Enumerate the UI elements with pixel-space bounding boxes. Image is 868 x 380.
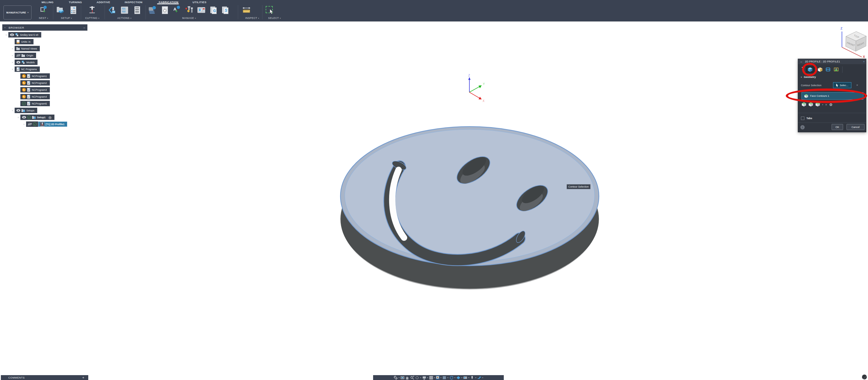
caret-icon[interactable]: »: [11, 108, 14, 112]
select-box-icon[interactable]: [265, 5, 274, 14]
eye-off-icon[interactable]: [16, 54, 20, 57]
view-cube[interactable]: Z X TOP FRONT RIGHT: [838, 24, 867, 58]
grid-snaps-dropdown-icon[interactable]: ▾: [434, 377, 435, 379]
tree-row-units-in[interactable]: Units: in: [10, 39, 34, 44]
gear-icon[interactable]: ⚙: [829, 103, 833, 107]
pattern-doc-icon[interactable]: [160, 5, 169, 14]
machine-display-icon[interactable]: [463, 375, 467, 380]
caret-icon[interactable]: »: [22, 123, 26, 126]
tab-turning[interactable]: TURNING: [69, 1, 82, 4]
heights-tab-icon[interactable]: [816, 65, 824, 74]
stock-display-icon[interactable]: [456, 375, 461, 380]
pan-icon[interactable]: [405, 375, 409, 380]
orbit-icon[interactable]: [394, 375, 398, 380]
visual-style-icon[interactable]: [436, 375, 440, 380]
fit-icon[interactable]: [415, 375, 419, 380]
x-icon[interactable]: ×: [825, 103, 827, 107]
tree-row-smiley-test-5-v0[interactable]: »Smiley test 5 v0: [4, 32, 41, 37]
tab-additive[interactable]: ADDITIVE: [97, 1, 110, 4]
look-at-icon[interactable]: [400, 375, 405, 380]
tree-row-setups[interactable]: »Setups: [10, 108, 37, 113]
tree-row-named-views[interactable]: »Named Views: [10, 46, 40, 51]
caret-icon[interactable]: »: [5, 33, 8, 37]
viewports-icon[interactable]: [442, 375, 446, 380]
gcode-docs-icon[interactable]: G: [210, 5, 218, 14]
tree-row--t1-2d-profile1[interactable]: »✓[T1] 2D Profile1: [22, 122, 67, 127]
setup-sheet-icon[interactable]: [133, 5, 141, 14]
eye-icon[interactable]: [16, 109, 20, 112]
linking-tab-icon[interactable]: [833, 65, 840, 74]
machine-library-icon[interactable]: [197, 5, 206, 14]
toolpath-regen-icon[interactable]: [449, 375, 454, 380]
chevron-down-icon[interactable]: ▾: [822, 104, 823, 106]
simulate-icon[interactable]: [108, 5, 117, 14]
cutting-icon[interactable]: [88, 5, 96, 14]
tree-row-ncprogram5[interactable]: ✓GNCProgram5: [16, 101, 50, 106]
manage-sheets-icon[interactable]: [148, 5, 157, 14]
active-setup-icon[interactable]: ◎: [49, 115, 51, 119]
rapid-display-dropdown-icon[interactable]: ▾: [482, 377, 483, 379]
tree-row-setup1[interactable]: »✓Setup1◎: [16, 114, 55, 120]
nest-icon[interactable]: +: [39, 5, 48, 14]
group-label-inspect[interactable]: INSPECT▾: [245, 16, 259, 20]
comments-bar[interactable]: COMMENTS +: [1, 375, 88, 380]
group-label-setup[interactable]: SETUP▾: [61, 16, 72, 20]
post-process-icon[interactable]: G1G2: [120, 5, 129, 14]
eye-icon[interactable]: [22, 116, 26, 118]
gcode-doc-icon[interactable]: G: [69, 5, 78, 14]
display-settings-icon[interactable]: [422, 375, 426, 380]
machine-display-dropdown-icon[interactable]: ▾: [468, 377, 469, 379]
group-label-manage[interactable]: MANAGE▾: [182, 16, 196, 20]
group-label-select[interactable]: SELECT▾: [268, 16, 281, 20]
info-icon[interactable]: i: [800, 125, 805, 130]
orbit-dropdown-icon[interactable]: ▾: [399, 377, 400, 379]
measure-icon[interactable]: [242, 5, 251, 14]
eye-icon[interactable]: [10, 34, 14, 36]
group-label-nest[interactable]: NEST▾: [39, 16, 49, 20]
tab-utilities[interactable]: UTILITIES: [192, 1, 206, 4]
cancel-button[interactable]: Cancel: [846, 124, 865, 130]
ok-button[interactable]: OK: [832, 124, 843, 130]
tabs-checkbox[interactable]: [801, 116, 804, 120]
caret-icon[interactable]: »: [11, 67, 14, 71]
caret-icon[interactable]: »: [10, 61, 14, 64]
tree-row-nc-programs[interactable]: »GNC Programs: [10, 66, 40, 72]
eye-off-icon[interactable]: [28, 123, 32, 126]
tree-row-ncprogram1[interactable]: ↻GNCProgram1: [16, 73, 50, 79]
fit-dropdown-icon[interactable]: ▾: [420, 377, 421, 379]
caret-icon[interactable]: »: [10, 54, 14, 57]
tool-display-icon[interactable]: [470, 375, 474, 380]
group-label-cutting[interactable]: CUTTING▾: [85, 16, 99, 20]
stock-display-dropdown-icon[interactable]: ▾: [461, 377, 462, 379]
add-comment-button[interactable]: +: [82, 376, 84, 380]
workspace-switcher-button[interactable]: MANUFACTURE ▾: [3, 5, 32, 20]
caret-icon[interactable]: »: [10, 47, 14, 50]
grid-snaps-icon[interactable]: [429, 375, 433, 380]
visual-style-dropdown-icon[interactable]: ▾: [440, 377, 441, 379]
tree-row-ncprogram2[interactable]: ↻GNCProgram2: [16, 80, 50, 85]
zoom-icon[interactable]: [410, 375, 414, 380]
tab-milling[interactable]: MILLING: [41, 1, 54, 4]
passes-tab-icon[interactable]: [825, 65, 832, 74]
rapid-display-icon[interactable]: [477, 375, 482, 380]
resize-grip-icon[interactable]: [862, 375, 867, 379]
attachments-icon[interactable]: S: [221, 5, 230, 14]
tree-row-origin[interactable]: »Origin: [10, 53, 36, 58]
viewports-dropdown-icon[interactable]: ▾: [447, 377, 448, 379]
display-settings-dropdown-icon[interactable]: ▾: [427, 377, 428, 379]
eye-icon[interactable]: [16, 61, 20, 64]
chevrons-right-icon[interactable]: »: [863, 60, 865, 63]
chevrons-left-icon[interactable]: «: [4, 26, 5, 29]
x-icon[interactable]: ×: [856, 83, 858, 87]
minus-icon[interactable]: –: [800, 60, 802, 63]
setup-icon[interactable]: [56, 5, 65, 14]
tree-row-models[interactable]: »Models: [10, 60, 37, 65]
toolpath-regen-dropdown-icon[interactable]: ▾: [455, 377, 455, 379]
tool-library-icon[interactable]: [185, 5, 193, 14]
minus-icon[interactable]: –: [83, 26, 85, 29]
tool-display-dropdown-icon[interactable]: ▾: [475, 377, 476, 379]
tree-row-ncprogram3[interactable]: ↻GNCProgram3: [16, 87, 50, 93]
select-face-contour2-icon[interactable]: [808, 102, 813, 107]
rename-posts-icon[interactable]: A+: [173, 5, 181, 14]
tree-row-ncprogram4[interactable]: ↻GNCProgram4: [16, 94, 50, 99]
